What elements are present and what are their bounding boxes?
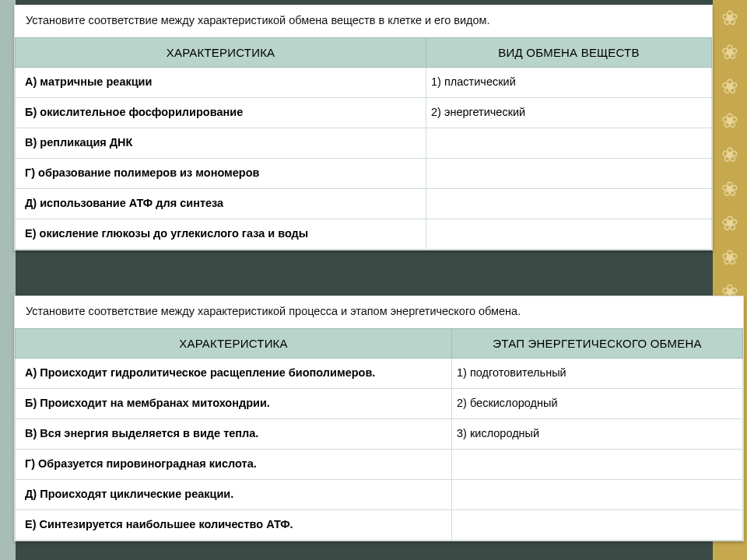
table-row: Г) Образуется пировиноградная кислота. — [16, 449, 743, 479]
option-text: кислородный — [470, 427, 539, 439]
option-number: 3) — [457, 427, 467, 439]
row-letter: А) — [25, 366, 37, 379]
option-cell: 2) энергетический — [426, 97, 712, 128]
row-text: окислительное фосфорилирование — [40, 106, 243, 118]
characteristic-cell: В) Вся энергия выделяется в виде тепла. — [16, 418, 452, 449]
flower-icon: ❀ — [718, 246, 742, 269]
table-row: В) Вся энергия выделяется в виде тепла. … — [16, 418, 743, 449]
row-text: Происходят циклические реакции. — [40, 488, 233, 500]
table-row: А) матричные реакции 1) пластический — [16, 67, 712, 97]
characteristic-cell: Д) Происходят циклические реакции. — [16, 479, 452, 509]
row-letter: Е) — [25, 227, 37, 240]
option-cell: 3) кислородный — [452, 418, 743, 449]
row-letter: Д) — [25, 197, 37, 209]
header-metabolism-type: ВИД ОБМЕНА ВЕЩЕСТВ — [426, 37, 712, 67]
characteristic-cell: Г) Образуется пировиноградная кислота. — [16, 449, 452, 479]
empty-cell — [452, 449, 743, 479]
empty-cell — [426, 128, 712, 158]
flower-icon: ❀ — [718, 177, 742, 201]
table-row: А) Происходит гидролитическое расщеплени… — [16, 358, 743, 388]
row-text: использование АТФ для синтеза — [40, 197, 223, 209]
flower-icon: ❀ — [718, 143, 742, 166]
matching-table-2: ХАРАКТЕРИСТИКА ЭТАП ЭНЕРГЕТИЧЕСКОГО ОБМЕ… — [15, 328, 743, 541]
option-cell: 1) подготовительный — [452, 358, 743, 388]
option-cell: 2) бескислородный — [452, 388, 743, 418]
empty-cell — [426, 158, 712, 188]
empty-cell — [426, 219, 712, 249]
table-row: В) репликация ДНК — [16, 128, 712, 158]
empty-cell — [452, 479, 743, 509]
row-text: образование полимеров из мономеров — [38, 166, 259, 179]
option-number: 2) — [457, 397, 467, 409]
option-text: энергетический — [444, 106, 525, 118]
characteristic-cell: Е) Синтезируется наибольшее количество А… — [16, 509, 452, 540]
row-letter: Д) — [25, 488, 37, 500]
characteristic-cell: А) матричные реакции — [16, 67, 426, 97]
empty-cell — [452, 509, 743, 540]
row-text: Происходит гидролитическое расщепление б… — [40, 366, 375, 379]
header-energy-stage: ЭТАП ЭНЕРГЕТИЧЕСКОГО ОБМЕНА — [452, 328, 743, 358]
option-cell: 1) пластический — [426, 67, 712, 97]
empty-cell — [426, 188, 712, 219]
table-row: Д) использование АТФ для синтеза — [16, 188, 712, 219]
characteristic-cell: Б) Происходит на мембранах митохондрии. — [16, 388, 452, 418]
flower-icon: ❀ — [718, 109, 742, 132]
table-row: Б) Происходит на мембранах митохондрии. … — [16, 388, 743, 418]
characteristic-cell: Д) использование АТФ для синтеза — [16, 188, 426, 219]
row-text: Вся энергия выделяется в виде тепла. — [40, 427, 258, 439]
flower-icon: ❀ — [718, 75, 742, 98]
row-text: репликация ДНК — [40, 136, 132, 149]
row-letter: А) — [25, 75, 37, 88]
characteristic-cell: Б) окислительное фосфорилирование — [16, 97, 426, 128]
option-number: 1) — [457, 366, 467, 379]
decorative-left-band — [0, 0, 16, 560]
table-row: Д) Происходят циклические реакции. — [16, 479, 743, 509]
row-letter: В) — [25, 136, 37, 149]
row-text: Происходит на мембранах митохондрии. — [40, 397, 270, 409]
question-card-1: Установите соответствие между характерис… — [14, 5, 713, 250]
option-number: 1) — [431, 75, 441, 88]
characteristic-cell: Е) окисление глюкозы до углекислого газа… — [16, 219, 426, 249]
flower-icon: ❀ — [718, 40, 742, 64]
row-letter: Е) — [25, 518, 37, 530]
row-letter: Г) — [25, 166, 35, 179]
row-text: Образуется пировиноградная кислота. — [38, 457, 257, 470]
characteristic-cell: А) Происходит гидролитическое расщеплени… — [16, 358, 452, 388]
option-text: бескислородный — [470, 397, 558, 409]
table-row: Г) образование полимеров из мономеров — [16, 158, 712, 188]
matching-table-1: ХАРАКТЕРИСТИКА ВИД ОБМЕНА ВЕЩЕСТВ А) мат… — [15, 37, 712, 250]
row-letter: В) — [25, 427, 37, 439]
row-letter: Б) — [25, 397, 37, 409]
characteristic-cell: В) репликация ДНК — [16, 128, 426, 158]
table-row: Б) окислительное фосфорилирование 2) эне… — [16, 97, 712, 128]
table-row: Е) Синтезируется наибольшее количество А… — [16, 509, 743, 540]
row-text: Синтезируется наибольшее количество АТФ. — [40, 518, 293, 530]
question-prompt: Установите соответствие между характерис… — [15, 5, 712, 37]
characteristic-cell: Г) образование полимеров из мономеров — [16, 158, 426, 188]
row-text: окисление глюкозы до углекислого газа и … — [40, 227, 309, 240]
table-row: Е) окисление глюкозы до углекислого газа… — [16, 219, 712, 249]
row-text: матричные реакции — [40, 75, 152, 88]
question-card-2: Установите соответствие между характерис… — [14, 296, 744, 541]
row-letter: Б) — [25, 106, 37, 118]
question-prompt: Установите соответствие между характерис… — [15, 296, 743, 328]
flower-icon: ❀ — [718, 212, 742, 235]
header-characteristic: ХАРАКТЕРИСТИКА — [16, 328, 452, 358]
flower-icon: ❀ — [718, 6, 742, 30]
option-number: 2) — [431, 106, 441, 118]
option-text: подготовительный — [470, 366, 566, 379]
row-letter: Г) — [25, 457, 35, 470]
option-text: пластический — [444, 75, 516, 88]
header-characteristic: ХАРАКТЕРИСТИКА — [16, 37, 426, 67]
